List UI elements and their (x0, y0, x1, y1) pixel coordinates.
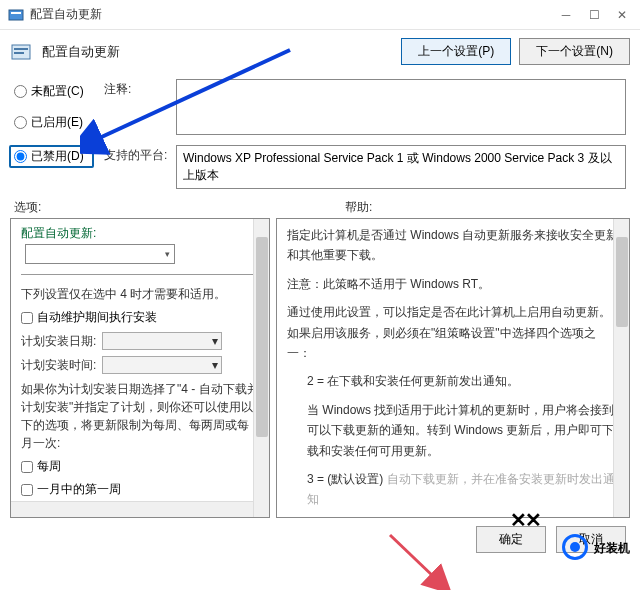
header-label: 配置自动更新 (42, 43, 393, 61)
first-week-checkbox[interactable]: 一月中的第一周 (21, 481, 259, 498)
close-button[interactable]: ✕ (616, 9, 628, 21)
comment-label: 注释: (104, 79, 170, 98)
chevron-down-icon: ▾ (165, 249, 170, 259)
app-icon (8, 7, 24, 23)
prev-setting-button[interactable]: 上一个设置(P) (401, 38, 511, 65)
radio-disabled[interactable]: 已禁用(D) (9, 145, 94, 168)
weekly-checkbox[interactable]: 每周 (21, 458, 259, 475)
header-row: 配置自动更新 上一个设置(P) 下一个设置(N) (0, 30, 640, 73)
options-scrollbar[interactable] (253, 219, 269, 517)
config-update-select[interactable]: ▾ (25, 244, 175, 264)
radio-not-configured[interactable]: 未配置(C) (14, 83, 94, 100)
chevron-down-icon: ▾ (212, 356, 218, 374)
window-title: 配置自动更新 (30, 6, 560, 23)
options-section-label: 选项: (14, 199, 295, 216)
svg-rect-1 (11, 12, 21, 14)
help-p3: 通过使用此设置，可以指定是否在此计算机上启用自动更新。如果启用该服务，则必须在"… (287, 302, 619, 363)
watermark-x-icon: ✕✕ (510, 508, 540, 532)
sched-time-select[interactable]: ▾ (102, 356, 222, 374)
svg-rect-0 (9, 10, 23, 20)
options-note: 下列设置仅在选中 4 时才需要和适用。 (21, 285, 259, 303)
help-section-label: 帮助: (295, 199, 626, 216)
help-p2: 注意：此策略不适用于 Windows RT。 (287, 274, 619, 294)
help-p4: 2 = 在下载和安装任何更新前发出通知。 (287, 371, 619, 391)
title-bar: 配置自动更新 ─ ☐ ✕ (0, 0, 640, 30)
options-h-scrollbar[interactable] (11, 501, 253, 517)
help-p5: 当 Windows 找到适用于此计算机的更新时，用户将会接到可以下载更新的通知。… (287, 400, 619, 461)
help-panel: 指定此计算机是否通过 Windows 自动更新服务来接收安全更新和其他重要下载。… (276, 218, 630, 518)
auto-maint-checkbox[interactable]: 自动维护期间执行安装 (21, 309, 259, 326)
platform-textarea[interactable]: Windows XP Professional Service Pack 1 或… (176, 145, 626, 189)
svg-rect-3 (14, 48, 28, 50)
sched-date-select[interactable]: ▾ (102, 332, 222, 350)
help-p1: 指定此计算机是否通过 Windows 自动更新服务来接收安全更新和其他重要下载。 (287, 225, 619, 266)
sched-date-label: 计划安装日期: (21, 334, 96, 348)
platform-label: 支持的平台: (104, 145, 170, 164)
help-p6: 3 = (默认设置) 自动下载更新，并在准备安装更新时发出通知 (287, 469, 619, 510)
policy-icon (10, 41, 34, 63)
minimize-button[interactable]: ─ (560, 9, 572, 21)
maximize-button[interactable]: ☐ (588, 9, 600, 21)
radio-enabled[interactable]: 已启用(E) (14, 114, 94, 131)
chevron-down-icon: ▾ (212, 332, 218, 350)
watermark-logo-icon (562, 534, 588, 560)
comment-textarea[interactable] (176, 79, 626, 135)
svg-rect-4 (14, 52, 24, 54)
options-panel: 配置自动更新: ▾ 下列设置仅在选中 4 时才需要和适用。 自动维护期间执行安装… (10, 218, 270, 518)
options-paragraph: 如果你为计划安装日期选择了"4 - 自动下载并计划安装"并指定了计划，则你还可以… (21, 380, 259, 452)
sched-time-label: 计划安装时间: (21, 358, 96, 372)
watermark: 好装机 (562, 534, 630, 560)
help-scrollbar[interactable] (613, 219, 629, 517)
next-setting-button[interactable]: 下一个设置(N) (519, 38, 630, 65)
options-title: 配置自动更新: (21, 225, 259, 242)
